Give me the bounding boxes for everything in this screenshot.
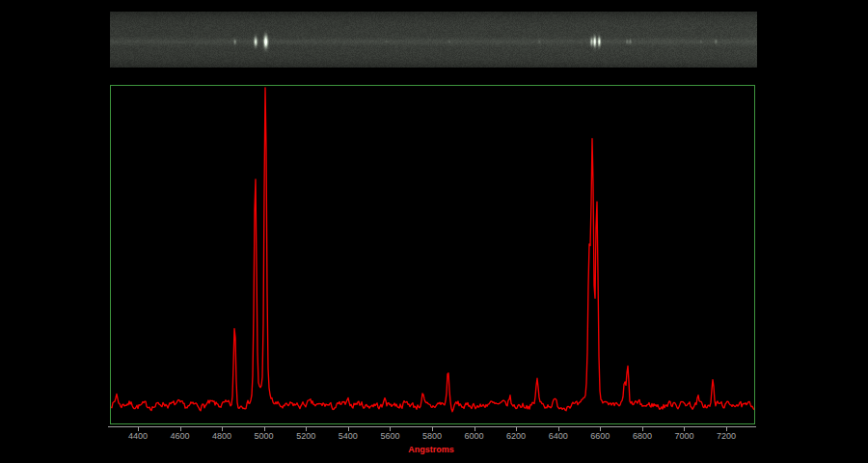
x-tick-label: 5800: [422, 431, 442, 441]
x-tick-label: 4400: [128, 431, 148, 441]
spectrum-plot[interactable]: [111, 86, 754, 423]
x-tick-label: 5600: [380, 431, 399, 441]
spectroscopy-viewer: 4400460048005000520054005600580060006200…: [0, 0, 868, 463]
spectrum-plot-frame: [110, 85, 755, 424]
x-tick-label: 5200: [296, 431, 315, 441]
x-tick-label: 4600: [170, 431, 189, 441]
x-axis-title: Angstroms: [408, 445, 454, 454]
x-tick-label: 7200: [717, 431, 736, 441]
x-tick-label: 6400: [549, 431, 568, 441]
x-tick-label: 6600: [590, 431, 610, 441]
spectrum-image-strip[interactable]: [110, 12, 757, 68]
x-tick-label: 6800: [633, 431, 652, 441]
x-tick-label: 7000: [674, 431, 693, 441]
x-tick-label: 5400: [339, 431, 358, 441]
x-tick-label: 4800: [212, 431, 231, 441]
x-tick-label: 5000: [255, 431, 274, 441]
x-tick-label: 6000: [464, 431, 483, 441]
x-tick-label: 6200: [506, 431, 526, 441]
